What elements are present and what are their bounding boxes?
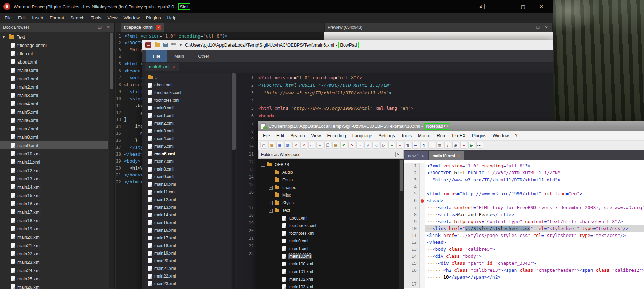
bowpad-item-main1-xml[interactable]: main1.xml [145, 112, 231, 119]
workspace-scrollbar[interactable] [399, 159, 404, 289]
scrollbar-thumb[interactable] [400, 160, 403, 191]
tree-item-main102-xml[interactable]: main102.xml [258, 275, 399, 283]
tb-save-all-icon[interactable]: ▩ [284, 142, 291, 149]
book-item-main25-xml[interactable]: main25.xml [0, 274, 108, 283]
notepad-menu-language[interactable]: Language [349, 132, 376, 140]
bowpad-ribbon-tab-main[interactable]: Main [167, 50, 191, 62]
share-icon[interactable] [171, 43, 176, 47]
bowpad-item-main19-xml[interactable]: main19.xml [145, 249, 231, 257]
tree-item-main10-xml[interactable]: main10.xml [258, 253, 399, 260]
notepad-menu-plugins[interactable]: Plugins [468, 132, 490, 140]
tb-replace-icon[interactable]: ⇄ [364, 142, 371, 149]
sigil-menu-tools[interactable]: Tools [88, 14, 104, 22]
workspace-tree[interactable]: -OEBPSAudioFonts+ImagesMisc+Styles-Texta… [258, 159, 399, 289]
tb-word-wrap-icon[interactable]: ↩ [412, 142, 419, 149]
book-item-main7-xml[interactable]: main7.xml [0, 124, 108, 133]
book-item-main15-xml[interactable]: main15.xml [0, 191, 108, 199]
bowpad-item-main7-xml[interactable]: main7.xml [145, 158, 231, 165]
scrollbar-thumb[interactable] [232, 73, 236, 150]
bowpad-item-main20-xml[interactable]: main20.xml [145, 257, 231, 265]
tb-undo-icon[interactable]: ↶ [340, 142, 347, 149]
tree-item-fonts[interactable]: Fonts [258, 176, 399, 184]
notepad-menu-settings[interactable]: Settings [376, 132, 398, 140]
book-item-main26-xml[interactable]: main26.xml [0, 283, 108, 289]
tree-item-feedbooks-xml[interactable]: feedbooks.xml [258, 222, 399, 230]
notepad-menu-search[interactable]: Search [287, 132, 308, 140]
notepad-menu-view[interactable]: View [308, 132, 324, 140]
bowpad-tab-main6[interactable]: main6.xml ✕ [145, 63, 179, 71]
tb-print-icon[interactable]: ▭ [308, 142, 315, 149]
sigil-menu-insert[interactable]: Insert [29, 14, 47, 22]
minimize-button[interactable]: — [497, 4, 512, 9]
bowpad-item-main22-xml[interactable]: main22.xml [145, 272, 231, 280]
bowpad-item-main2-xml[interactable]: main2.xml [145, 119, 231, 127]
notepad-code-editor[interactable]: 1<?xml version="1.0" encoding="utf-8"?>2… [404, 160, 644, 289]
tb-spell-check-icon[interactable]: ABC [476, 142, 483, 149]
tree-item-images[interactable]: +Images [258, 184, 399, 191]
book-item-main6-xml[interactable]: main6.xml [0, 116, 108, 124]
tb-find-next-icon[interactable]: ▷ [380, 142, 387, 149]
tab-close-icon[interactable]: ✕ [422, 154, 425, 158]
bowpad-ribbon-tab-other[interactable]: Other [191, 50, 216, 62]
book-item-main24-xml[interactable]: main24.xml [0, 266, 108, 274]
sigil-menu-format[interactable]: Format [47, 14, 67, 22]
bowpad-item-main21-xml[interactable]: main21.xml [145, 265, 231, 272]
bowpad-item-main9-xml[interactable]: main9.xml [145, 173, 231, 181]
bowpad-ribbon-tab-file[interactable]: File [146, 50, 167, 62]
bowpad-item-footnotes-xml[interactable]: footnotes.xml [145, 97, 231, 104]
tab-close-icon[interactable]: ✕ [458, 154, 461, 158]
tb-indent-guide-icon[interactable]: ┆ [428, 142, 435, 149]
tree-item-about-xml[interactable]: about.xml [258, 214, 399, 222]
bowpad-item-main11-xml[interactable]: main11.xml [145, 188, 231, 196]
sigil-menu-help[interactable]: Help [164, 14, 179, 22]
sigil-menu-view[interactable]: View [105, 14, 121, 22]
tree-item-styles[interactable]: +Styles [258, 199, 399, 207]
notepad-menu-run[interactable]: Run [434, 132, 448, 140]
bowpad-item-main23-xml[interactable]: main23.xml [145, 280, 231, 288]
bowpad-item-feedbooks-xml[interactable]: feedbooks.xml [145, 89, 231, 97]
tree-item-misc[interactable]: Misc [258, 191, 399, 199]
notepad-tab-new-1[interactable]: new 1✕ [404, 151, 428, 160]
book-item-main2-xml[interactable]: main2.xml [0, 83, 108, 91]
bowpad-item-main14-xml[interactable]: main14.xml [145, 211, 231, 219]
bowpad-item-main5-xml[interactable]: main5.xml [145, 142, 231, 150]
tb-paste-icon[interactable]: ▤ [332, 142, 339, 149]
book-item-main3-xml[interactable]: main3.xml [0, 91, 108, 99]
panel-close-icon[interactable]: ✕ [105, 25, 111, 30]
notepad-menu-file[interactable]: File [260, 132, 273, 140]
close-button[interactable]: ✕ [534, 4, 549, 9]
sigil-menu-file[interactable]: File [1, 14, 15, 22]
tb-find-icon[interactable]: ○ [356, 142, 363, 149]
book-item-main20-xml[interactable]: main20.xml [0, 233, 108, 241]
collapse-icon[interactable]: - [261, 163, 265, 167]
book-item-about-xml[interactable]: about.xml [0, 58, 108, 66]
bowpad-item-main24-xml[interactable]: main24.xml [145, 288, 231, 289]
sigil-tab-titlepage[interactable]: titlepage.xhtml ✕ [121, 23, 164, 32]
notepad-menu-encoding[interactable]: Encoding [324, 132, 349, 140]
tree-item-oebps[interactable]: -OEBPS [258, 161, 399, 168]
notepad-menu-macro[interactable]: Macro [415, 132, 434, 140]
bowpad-item-main16-xml[interactable]: main16.xml [145, 226, 231, 234]
book-item-main9-xml[interactable]: main9.xml [0, 141, 108, 149]
tree-item-main100-xml[interactable]: main100.xml [258, 260, 399, 268]
book-item-main1-xml[interactable]: main1.xml [0, 74, 108, 83]
tree-item-main103-xml[interactable]: main103.xml [258, 283, 399, 289]
tb-close-all-icon[interactable]: ✕ [300, 142, 307, 149]
book-item-main8-xml[interactable]: main8.xml [0, 133, 108, 141]
book-item-main23-xml[interactable]: main23.xml [0, 258, 108, 266]
tb-zoom-in-icon[interactable]: + [388, 142, 395, 149]
expand-icon[interactable]: + [269, 201, 273, 205]
notepad-menu-edit[interactable]: Edit [273, 132, 287, 140]
bowpad-item-main12-xml[interactable]: main12.xml [145, 196, 231, 204]
book-item-main16-xml[interactable]: main16.xml [0, 199, 108, 208]
tb-doc-map-icon[interactable]: ▥ [436, 142, 443, 149]
tb-close-icon[interactable]: ✕ [292, 142, 299, 149]
tb-redo-icon[interactable]: ↷ [348, 142, 355, 149]
bowpad-item-main3-xml[interactable]: main3.xml [145, 127, 231, 135]
book-item-main12-xml[interactable]: main12.xml [0, 166, 108, 174]
book-item-main4-xml[interactable]: main4.xml [0, 99, 108, 108]
tree-item-main1-xml[interactable]: main1.xml [258, 245, 399, 253]
book-browser-scrollbar[interactable] [109, 33, 114, 288]
book-item-main19-xml[interactable]: main19.xml [0, 224, 108, 233]
collapse-icon[interactable]: - [269, 209, 273, 213]
